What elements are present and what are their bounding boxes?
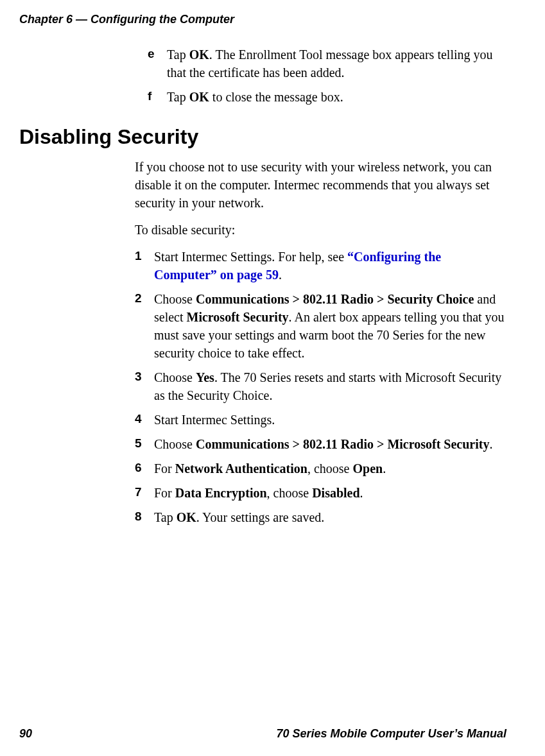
list-item-text: Choose Communications > 802.11 Radio > M… — [154, 435, 506, 453]
list-item-text: Choose Communications > 802.11 Radio > S… — [154, 290, 506, 362]
page-footer: 90 70 Series Mobile Computer User’s Manu… — [19, 727, 506, 741]
page-number: 90 — [19, 727, 32, 741]
list-item: 5Choose Communications > 802.11 Radio > … — [135, 435, 506, 453]
list-item-marker: 4 — [135, 411, 154, 429]
section-heading: Disabling Security — [19, 125, 506, 149]
paragraph: To disable security: — [135, 221, 506, 239]
manual-title: 70 Series Mobile Computer User’s Manual — [277, 727, 506, 741]
list-item-marker: f — [148, 88, 167, 106]
page: Chapter 6 — Configuring the Computer eTa… — [0, 0, 545, 756]
list-item-marker: 1 — [135, 248, 154, 284]
list-item-marker: 5 — [135, 435, 154, 453]
alpha-list: eTap OK. The Enrollment Tool message box… — [148, 46, 506, 106]
list-item-text: Choose Yes. The 70 Series resets and sta… — [154, 368, 506, 404]
list-item: 6For Network Authentication, choose Open… — [135, 460, 506, 477]
numbered-list: 1Start Intermec Settings. For help, see … — [135, 248, 506, 526]
list-item-text: For Data Encryption, choose Disabled. — [154, 484, 506, 502]
chapter-header: Chapter 6 — Configuring the Computer — [19, 13, 506, 26]
list-item: 4Start Intermec Settings. — [135, 411, 506, 429]
list-item-marker: 2 — [135, 290, 154, 362]
paragraph: If you choose not to use security with y… — [135, 158, 506, 212]
list-item-text: Start Intermec Settings. For help, see “… — [154, 248, 506, 284]
list-item: 1Start Intermec Settings. For help, see … — [135, 248, 506, 284]
list-item-text: For Network Authentication, choose Open. — [154, 460, 506, 477]
list-item-marker: 7 — [135, 484, 154, 502]
list-item: 8Tap OK. Your settings are saved. — [135, 508, 506, 526]
list-item-marker: 3 — [135, 368, 154, 404]
list-item-text: Tap OK. Your settings are saved. — [154, 508, 506, 526]
list-item-text: Start Intermec Settings. — [154, 411, 506, 429]
list-item: fTap OK to close the message box. — [148, 88, 506, 106]
list-item-text: Tap OK. The Enrollment Tool message box … — [167, 46, 506, 82]
list-item: eTap OK. The Enrollment Tool message box… — [148, 46, 506, 82]
list-item-marker: e — [148, 46, 167, 82]
list-item-marker: 8 — [135, 508, 154, 526]
list-item: 2Choose Communications > 802.11 Radio > … — [135, 290, 506, 362]
list-item: 3Choose Yes. The 70 Series resets and st… — [135, 368, 506, 404]
list-item-text: Tap OK to close the message box. — [167, 88, 506, 106]
list-item-marker: 6 — [135, 460, 154, 477]
list-item: 7For Data Encryption, choose Disabled. — [135, 484, 506, 502]
